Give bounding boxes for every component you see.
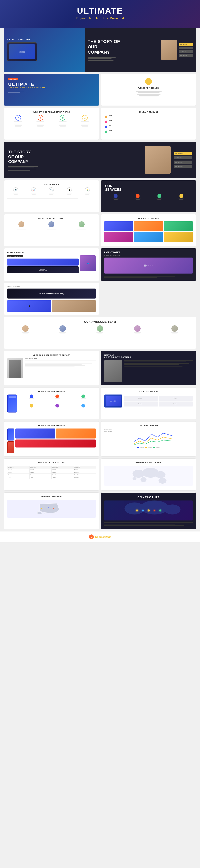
slide-featured-work: FEATURED WORK LET'S TRAVEL MORE Start La… <box>4 248 99 281</box>
ultimate-main-title: ULTIMATE <box>8 82 95 87</box>
ceo-white-title: MEET OUR CHIEF EXECUTIVE OFFICER <box>7 354 96 356</box>
ceo-layout: John Smith - CEO <box>7 358 96 378</box>
service-icon-1: ✦ <box>16 115 21 121</box>
svg-point-6 <box>41 508 42 509</box>
slide-macbook: MACBOOK MOCKUP isometric Feature 1 Featu… <box>101 387 196 419</box>
person-3 <box>67 221 96 230</box>
slide-latest-works: OUR LATEST WORKS <box>101 214 196 246</box>
data-table: Column 1 Column 2 Column 3 Column 4 Data… <box>7 466 96 479</box>
world-map-svg <box>104 466 193 486</box>
slide-ceo-dark: MEET OURCHIEF EXECUTIVE OFFICER <box>101 351 196 385</box>
team-avatar-4 <box>134 325 141 332</box>
story-text-lines <box>88 57 159 61</box>
table-row: Data 13Data 14Data 15Data 16 <box>7 476 96 479</box>
page-footer: S SlideBazaar <box>0 531 200 542</box>
timeline-item-2: 2016 <box>108 120 193 123</box>
table-row: Data 01Data 02Data 03Data 04 <box>7 468 96 471</box>
mobile-full-title: MOBILE APP FOR STARTUP <box>7 425 96 427</box>
col-header-3: Column 3 <box>52 466 74 468</box>
laptop-device: isometricillustration <box>7 42 37 61</box>
mobile-screen-1 <box>16 429 55 438</box>
table-title: TABLE WITH FOUR COLUMN <box>7 462 96 464</box>
macbook-feature-1: Feature 1 <box>124 396 158 401</box>
macbook-device: isometric <box>104 395 122 407</box>
mobile-icon-2 <box>45 395 70 403</box>
ceo-dark-title: MEET OURCHIEF EXECUTIVE OFFICER <box>104 354 193 358</box>
slide-story-dark: THE STORYOF OURCOMPANY Your Title Here Y… <box>4 142 196 178</box>
svc-dark-2 <box>127 194 148 200</box>
services-icons: ✦ ◈ ◉ ⬡ <box>7 115 96 123</box>
featured-right: 👥 <box>80 255 96 273</box>
mobile-icons-grid <box>19 395 96 412</box>
slidebazaar-icon: S <box>89 534 94 539</box>
welcome-title: WELCOME MESSAGE <box>138 87 159 89</box>
us-map-title: UNITED STATES MAP <box>7 496 96 498</box>
person-avatar-3 <box>79 221 85 227</box>
svg-point-12 <box>165 504 180 515</box>
svg-point-3 <box>141 477 147 482</box>
mobile-screen-3 <box>16 439 96 447</box>
team-member-3 <box>82 325 118 334</box>
mobile-full-layout <box>7 429 96 453</box>
table-row: Data 05Data 06Data 07Data 08 <box>7 471 96 474</box>
works-grid <box>104 221 193 242</box>
slide-ultimate: SlideBazaar ULTIMATE A BUSINESS PRESENTA… <box>4 74 99 106</box>
story-dark-title: THE STORYOF OURCOMPANY <box>8 150 142 164</box>
service-icon-3: ◉ <box>60 115 65 121</box>
col-header-1: Column 1 <box>7 466 30 468</box>
latest-dark-image: 📊 isometric <box>104 257 193 274</box>
mobile-small-title: MOBILE APP FOR STARTUP <box>7 391 96 393</box>
service-item-4: ⬡ <box>81 115 89 123</box>
work-thumb-2 <box>134 221 163 231</box>
service-icon-2: ◈ <box>37 115 43 121</box>
ceo-photo <box>7 358 23 378</box>
svc-item-2: 📊 <box>30 187 37 195</box>
slide-line-chart: LINE CHART GRAPHIC Your Text Here Your T… <box>101 421 196 457</box>
slide-mobile-small: MOBILE APP FOR STARTUP <box>4 387 99 419</box>
slide-world-map: WORLDWIDE VECTOR MAP <box>101 459 196 491</box>
footer-logo[interactable]: S SlideBazaar <box>89 534 111 539</box>
svg-point-4 <box>159 478 167 484</box>
team-avatar-3 <box>97 325 103 332</box>
header-subtitle: Keynote Template Free Download <box>4 17 196 20</box>
svg-point-9 <box>57 506 57 507</box>
svc-item-4: 📱 <box>66 187 73 195</box>
svg-point-5 <box>133 477 137 480</box>
macbook-feature-2: Feature 2 <box>159 396 193 401</box>
phone-2 <box>7 441 14 453</box>
featured-layout: LET'S TRAVEL MORE Start LaunchPresentati… <box>7 255 96 273</box>
team-grid <box>7 325 193 334</box>
hero-right: THE STORY OFOURCOMPANY Your Title Here Y… <box>85 28 196 72</box>
story-dark-sidebar: Your Title Here Your Title Here Your Tit… <box>174 146 192 174</box>
svc-dark-3 <box>149 194 170 200</box>
story-image <box>161 40 177 60</box>
story-dark-content: THE STORYOF OURCOMPANY <box>8 146 142 174</box>
slide-us-map: UNITED STATES MAP <box>4 493 99 529</box>
work-thumb-4 <box>104 232 133 242</box>
hero-slide: MACBOOK MOCKUP isometricillustration THE… <box>4 28 196 72</box>
contact-title: CONTACT US <box>104 496 193 499</box>
svc-item-3: 🔧 <box>48 187 55 195</box>
person-2 <box>37 221 66 230</box>
launch-img-1: 📱 <box>7 300 51 312</box>
welcome-text <box>136 91 162 97</box>
svg-point-8 <box>53 508 54 509</box>
story-dark-image <box>145 146 171 174</box>
slides-grid: SlideBazaar ULTIMATE A BUSINESS PRESENTA… <box>0 72 200 531</box>
macbook-title: MACBOOK MOCKUP <box>104 391 193 393</box>
slide-launch: LATEST FEATURED Start Launch Presentatio… <box>4 283 99 315</box>
team-avatar-1 <box>22 325 29 332</box>
slide-table: TABLE WITH FOUR COLUMN Column 1 Column 2… <box>4 459 99 491</box>
slide-ceo-white: MEET OUR CHIEF EXECUTIVE OFFICER John Sm… <box>4 351 99 385</box>
mobile-icon-1 <box>19 395 44 403</box>
featured-item-1 <box>7 258 79 266</box>
team-member-2 <box>45 325 81 334</box>
service-icon-4: ⬡ <box>82 115 88 121</box>
footer-logo-text: SlideBazaar <box>95 535 111 538</box>
work-thumb-1 <box>104 221 133 231</box>
slide-what-people: WHAT THE PEOPLE THINK? <box>4 214 99 246</box>
svc-item-5: 💡 <box>84 187 91 195</box>
world-map-container <box>104 466 193 486</box>
services-better-title: Our Services For A Better World. <box>7 111 96 113</box>
story-buttons: Your Title Here Your Title Here Your Tit… <box>179 43 193 57</box>
